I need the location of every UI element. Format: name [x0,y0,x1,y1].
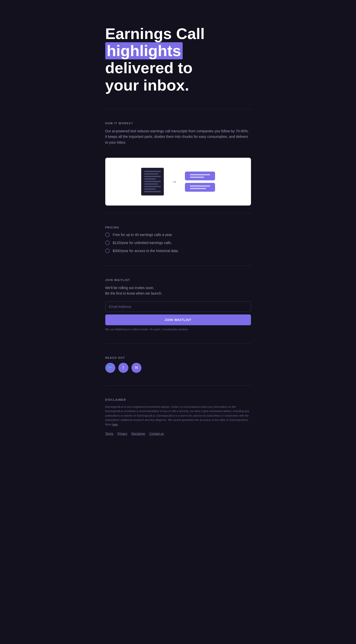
radio-icon-1 [105,232,110,237]
pricing-divider [105,266,251,266]
how-it-works-section: HOW IT WORKS? Our ai-powered tool reduce… [105,114,251,153]
doc-line [144,176,161,177]
twitter-icon: 🐦 [108,365,113,370]
radio-icon-2 [105,240,110,245]
doc-line [144,178,156,180]
waitlist-section: JOIN WAITLIST We'll be rolling out invit… [105,271,251,338]
disclaimer-body: Earningscall.ai is not a registered inve… [105,405,251,427]
waitlist-label: JOIN WAITLIST [105,278,251,281]
chunks-container [185,172,215,192]
diagram-container: → [105,158,251,206]
doc-line [144,191,161,192]
pricing-text-3: $300/year for access to the historical d… [113,249,179,253]
hero-section: Earnings Call highlights delivered to yo… [105,10,251,104]
document-icon [141,168,164,195]
email-input[interactable] [105,301,251,312]
pricing-section: PRICING Free for up to 40 earnings calls… [105,218,251,261]
hero-title-highlight: highlights [105,42,183,59]
radio-icon-3 [105,249,110,253]
terms-link[interactable]: Terms [105,432,114,435]
privacy-link[interactable]: Privacy [117,432,127,435]
footer-links: Terms Privacy Disclaimer Contact us [105,432,251,435]
pricing-item-3: $300/year for access to the historical d… [105,249,251,253]
twitter-button[interactable]: 🐦 [105,363,115,373]
doc-line [144,183,158,185]
waitlist-divider [105,343,251,344]
pricing-label: PRICING [105,226,251,229]
disclaimer-link-footer[interactable]: Disclaimer [131,432,145,435]
pricing-text-2: $120/year for unlimited earnings calls. [113,241,172,245]
contact-link[interactable]: Contact us [149,432,164,435]
doc-line [144,188,156,190]
email-icon: ✉ [135,365,138,370]
hero-title-line2: delivered to [105,59,193,76]
doc-line [144,186,161,187]
hero-divider [105,109,251,109]
diagram-divider [105,213,251,213]
join-waitlist-button[interactable]: JOIN WAITLIST [105,314,251,325]
hero-title-line3: your inbox. [105,76,189,94]
doc-line [144,171,161,172]
chunk-card-1 [185,172,215,180]
pricing-item-2: $120/year for unlimited earnings calls. [105,240,251,245]
disclaimer-label: DISCLAIMER [105,398,251,401]
arrow-icon: → [171,178,177,185]
how-it-works-body: Our ai-powered tool reduces earnings cal… [105,128,251,145]
page-wrapper: Earnings Call highlights delivered to yo… [105,10,251,634]
waitlist-description: We'll be rolling out invites soon. Be th… [105,285,251,296]
facebook-icon: f [123,366,124,370]
disclaimer-section: DISCLAIMER Earningscall.ai is not a regi… [105,391,251,443]
reach-out-section: REACH OUT 🐦 f ✉ [105,349,251,380]
pricing-list: Free for up to 40 earnings calls a year.… [105,232,251,253]
email-button[interactable]: ✉ [131,363,141,373]
pricing-item-1: Free for up to 40 earnings calls a year. [105,232,251,237]
reach-out-label: REACH OUT [105,356,251,359]
disclaimer-link[interactable]: here [112,423,118,426]
reach-out-divider [105,385,251,386]
doc-line [144,173,158,175]
hero-title-line1: Earnings Call [105,25,205,42]
pricing-text-1: Free for up to 40 earnings calls a year. [113,233,173,237]
hero-title: Earnings Call highlights delivered to yo… [105,25,251,94]
social-icons: 🐦 f ✉ [105,363,251,373]
mailchimp-note: We use Mailchimp to collect emails. No s… [105,328,251,331]
how-it-works-label: HOW IT WORKS? [105,122,251,125]
chunk-card-2 [185,183,215,192]
doc-line [144,181,161,182]
facebook-button[interactable]: f [118,363,128,373]
